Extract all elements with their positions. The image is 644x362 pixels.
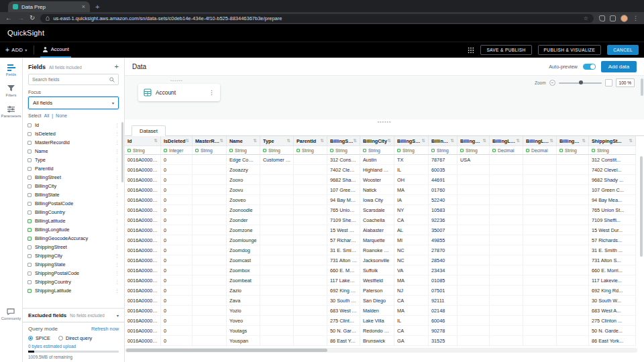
cancel-button[interactable]: CANCEL	[607, 45, 639, 55]
field-menu-icon[interactable]: ⋮	[115, 288, 119, 294]
sort-icon[interactable]: ⇅	[186, 138, 189, 143]
dataset-tab[interactable]: Dataset	[131, 125, 166, 136]
field-item[interactable]: ShippingCity⋮	[23, 251, 124, 260]
field-menu-icon[interactable]: ⋮	[115, 149, 119, 154]
field-menu-icon[interactable]: ⋮	[115, 262, 119, 267]
column-header[interactable]: ParentId⇅	[294, 136, 327, 146]
browser-menu-icon[interactable]: ⋮	[633, 15, 639, 21]
sort-icon[interactable]: ⇅	[220, 138, 223, 143]
zoom-slider[interactable]	[559, 82, 602, 84]
column-header[interactable]: Name⇅	[227, 136, 260, 146]
horizontal-scrollbar[interactable]	[125, 348, 637, 353]
extensions-icon[interactable]	[599, 15, 605, 21]
field-menu-icon[interactable]: ⋮	[115, 236, 119, 241]
fields-list-scrollbar[interactable]	[121, 122, 123, 182]
field-menu-icon[interactable]: ⋮	[115, 166, 119, 172]
focus-select[interactable]: All fields ▾	[28, 97, 119, 109]
data-prep-canvas[interactable]: Zoom − 100 % •••••• Account ⋮	[125, 75, 644, 119]
column-header[interactable]: Type⇅	[260, 136, 294, 146]
field-menu-icon[interactable]: ⋮	[115, 227, 119, 233]
column-header[interactable]: BillingGeo...⇅	[557, 136, 589, 146]
zoom-out-icon[interactable]: −	[549, 80, 555, 86]
field-item[interactable]: ShippingCountry⋮	[23, 278, 124, 286]
table-row[interactable]: 0016A00000...0Zava30 South W...San Diego…	[125, 296, 644, 306]
table-row[interactable]: 0016A00000...0Yozio683 West An...MaldenM…	[125, 306, 644, 316]
table-row[interactable]: 0016A00000...0Zazio692 King Rd.PatersonN…	[125, 286, 644, 296]
table-row[interactable]: 0016A00000...0Zoomzone15 West Dur...Alab…	[125, 225, 644, 235]
save-publish-button[interactable]: SAVE & PUBLISH	[480, 45, 531, 55]
sort-icon[interactable]: ⇅	[287, 138, 290, 143]
url-bar[interactable]: us-east-1.quicksight.aws.amazon.com/sn/d…	[40, 14, 594, 23]
table-row[interactable]: 0016A00000...0Youtags50 N. Garde...Redon…	[125, 326, 644, 336]
add-calculated-field-icon[interactable]: +	[115, 63, 119, 70]
column-header[interactable]: BillingPost...⇅	[429, 136, 458, 146]
field-item[interactable]: Name⋮	[23, 147, 124, 156]
select-all-link[interactable]: All	[44, 113, 49, 118]
sort-icon[interactable]: ⇅	[154, 138, 158, 143]
column-header[interactable]: IsDeleted⇅	[161, 136, 193, 146]
field-menu-icon[interactable]: ⋮	[115, 280, 119, 285]
field-menu-icon[interactable]: ⋮	[115, 192, 119, 198]
field-menu-icon[interactable]: ⋮	[115, 123, 119, 128]
select-none-link[interactable]: None	[56, 113, 67, 118]
column-header[interactable]: BillingLon...⇅	[523, 136, 557, 146]
search-fields-box[interactable]	[28, 74, 119, 85]
field-item[interactable]: IsDeleted⋮	[23, 129, 124, 138]
field-item[interactable]: ShippingPostalCode⋮	[23, 269, 124, 278]
sort-icon[interactable]: ⇅	[354, 138, 357, 143]
direct-query-radio[interactable]: Direct query	[58, 335, 92, 341]
table-row[interactable]: 0016A00000...0Youspan86 East York...Brun…	[125, 336, 644, 346]
search-fields-input[interactable]	[32, 77, 109, 82]
add-data-button[interactable]: Add data	[601, 61, 637, 72]
field-menu-icon[interactable]: ⋮	[115, 271, 119, 276]
forward-icon[interactable]: →	[17, 15, 24, 21]
field-item[interactable]: ShippingStreet⋮	[23, 243, 124, 251]
sort-icon[interactable]: ⇅	[422, 138, 425, 143]
sort-icon[interactable]: ⇅	[483, 138, 486, 143]
field-item[interactable]: Id⋮	[23, 121, 124, 129]
node-drag-handle[interactable]: ••••••	[170, 78, 183, 82]
publish-visualize-button[interactable]: PUBLISH & VISUALIZE	[538, 45, 602, 55]
auto-preview-toggle[interactable]	[583, 64, 596, 70]
rail-item-filters[interactable]: Filters	[6, 85, 17, 97]
sort-icon[interactable]: ⇅	[629, 138, 633, 143]
field-item[interactable]: BillingPostalCode⋮	[23, 199, 124, 208]
table-row[interactable]: 0016A00000...0Zoovu107 Green C...NatickM…	[125, 185, 644, 195]
sort-icon[interactable]: ⇅	[451, 138, 454, 143]
field-item[interactable]: MasterRecordId⋮	[23, 138, 124, 147]
field-menu-icon[interactable]: ⋮	[115, 175, 119, 180]
table-row[interactable]: 0016A00000...0Zoombeat117 Lakevie...West…	[125, 276, 644, 286]
zoom-fit-button[interactable]	[605, 79, 612, 86]
table-row[interactable]: 0016A00000...0Zoombox660 E. Morri...Suff…	[125, 265, 644, 276]
field-menu-icon[interactable]: ⋮	[115, 219, 119, 224]
excluded-fields-section[interactable]: Excluded fields No fields excluded ▾	[23, 308, 124, 322]
field-menu-icon[interactable]: ⋮	[115, 253, 119, 259]
profile-avatar[interactable]	[621, 15, 628, 22]
field-menu-icon[interactable]: ⋮	[115, 131, 119, 137]
field-menu-icon[interactable]: ⋮	[115, 210, 119, 215]
field-item[interactable]: BillingState⋮	[23, 190, 124, 199]
field-item[interactable]: ShippingState⋮	[23, 260, 124, 269]
table-row[interactable]: 0016A00000...0Yoveo275 Clinton ...Lake V…	[125, 316, 644, 326]
field-menu-icon[interactable]: ⋮	[115, 201, 119, 206]
zoom-slider-thumb[interactable]	[579, 80, 583, 84]
browser-tab[interactable]: Data Prep ×	[8, 1, 90, 12]
field-menu-icon[interactable]: ⋮	[115, 184, 119, 189]
table-row[interactable]: 0016A00000...0Zoomlounge57 Richards...Ma…	[125, 235, 644, 245]
sort-icon[interactable]: ⇅	[321, 138, 324, 143]
rail-item-parameters[interactable]: Parameters	[1, 106, 21, 118]
sort-icon[interactable]: ⇅	[254, 138, 257, 143]
rail-item-fields[interactable]: Fields	[6, 64, 16, 76]
canvas-scrollbar[interactable]	[641, 78, 643, 96]
field-item[interactable]: ParentId⋮	[23, 164, 124, 173]
table-scrollbar[interactable]	[640, 156, 643, 257]
table-row[interactable]: 0016A00000...0Zoomcast731 Alton St...Jac…	[125, 255, 644, 265]
refresh-now-link[interactable]: Refresh now	[91, 326, 119, 332]
field-menu-icon[interactable]: ⋮	[115, 140, 119, 145]
sort-icon[interactable]: ⇅	[582, 138, 586, 143]
column-header[interactable]: BillingCity⇅	[360, 136, 394, 146]
field-item[interactable]: ShippingLatitude⋮	[23, 286, 124, 295]
side-panel-icon[interactable]	[610, 15, 616, 21]
column-header[interactable]: BillingStreet⇅	[327, 136, 360, 146]
field-item[interactable]: BillingCity⋮	[23, 182, 124, 190]
